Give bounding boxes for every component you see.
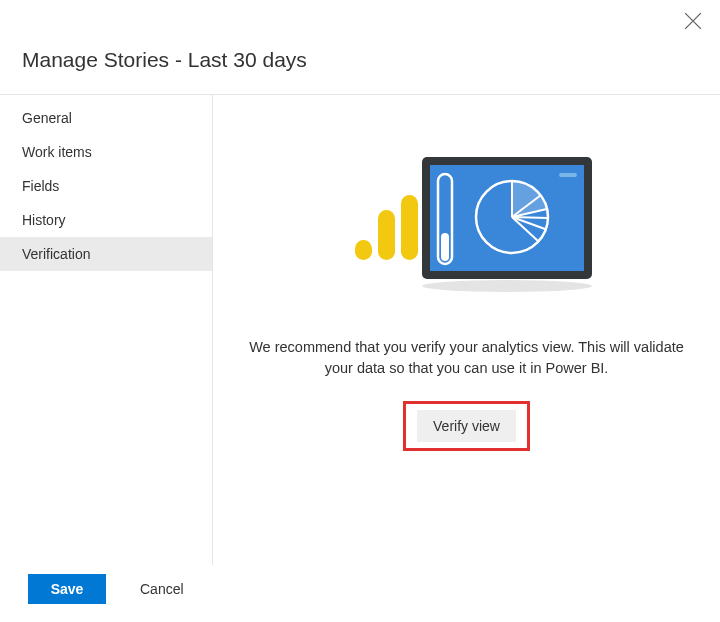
svg-rect-6: [559, 173, 577, 177]
page-title: Manage Stories - Last 30 days: [0, 0, 720, 94]
sidebar-item-work-items[interactable]: Work items: [0, 135, 212, 169]
sidebar-item-label: General: [22, 110, 72, 126]
svg-line-13: [512, 217, 548, 218]
recommendation-text: We recommend that you verify your analyt…: [247, 337, 687, 379]
close-icon[interactable]: [684, 12, 702, 30]
dialog-footer: Save Cancel: [28, 574, 204, 604]
svg-rect-8: [441, 233, 449, 261]
sidebar-item-label: Work items: [22, 144, 92, 160]
sidebar-item-history[interactable]: History: [0, 203, 212, 237]
cancel-button[interactable]: Cancel: [120, 574, 204, 604]
sidebar-item-fields[interactable]: Fields: [0, 169, 212, 203]
main-panel: We recommend that you verify your analyt…: [213, 95, 720, 565]
analytics-illustration-icon: [340, 155, 594, 295]
sidebar-item-verification[interactable]: Verification: [0, 237, 212, 271]
save-button[interactable]: Save: [28, 574, 106, 604]
verify-view-button[interactable]: Verify view: [417, 410, 516, 442]
verify-highlight-box: Verify view: [403, 401, 530, 451]
sidebar-item-general[interactable]: General: [0, 101, 212, 135]
svg-point-5: [422, 280, 592, 292]
content-area: General Work items Fields History Verifi…: [0, 95, 720, 565]
sidebar-item-label: Fields: [22, 178, 59, 194]
svg-rect-0: [355, 240, 372, 260]
sidebar: General Work items Fields History Verifi…: [0, 95, 213, 565]
sidebar-item-label: History: [22, 212, 66, 228]
svg-rect-1: [378, 210, 395, 260]
svg-rect-2: [401, 195, 418, 260]
sidebar-item-label: Verification: [22, 246, 90, 262]
